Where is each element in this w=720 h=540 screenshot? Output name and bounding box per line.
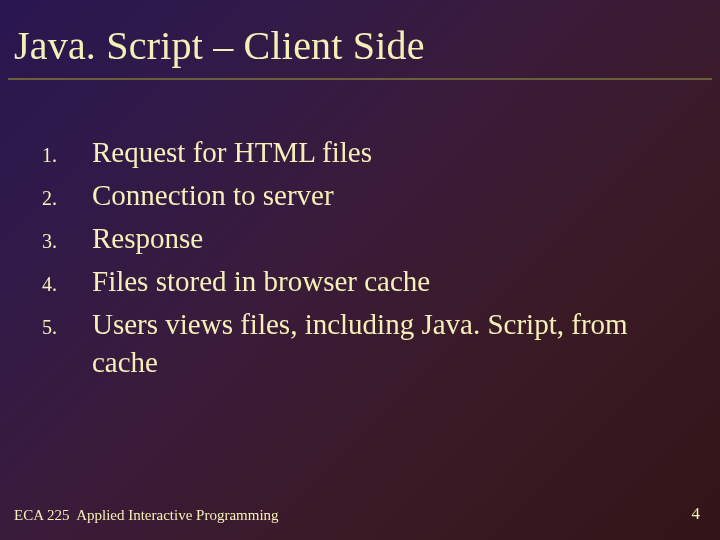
- numbered-list: 1. Request for HTML files 2. Connection …: [42, 134, 690, 387]
- slide-title: Java. Script – Client Side: [14, 22, 425, 69]
- list-number: 3.: [42, 225, 92, 255]
- footer-course: ECA 225: [14, 507, 69, 523]
- slide: Java. Script – Client Side 1. Request fo…: [0, 0, 720, 540]
- list-number: 1.: [42, 139, 92, 169]
- footer-left: ECA 225 Applied Interactive Programming: [14, 507, 279, 524]
- footer-subtitle: Applied Interactive Programming: [76, 507, 278, 523]
- list-item: 4. Files stored in browser cache: [42, 263, 690, 300]
- list-item: 3. Response: [42, 220, 690, 257]
- list-number: 5.: [42, 311, 92, 341]
- list-text: Request for HTML files: [92, 134, 690, 171]
- list-text: Users views files, including Java. Scrip…: [92, 306, 690, 380]
- list-text: Response: [92, 220, 690, 257]
- list-text: Files stored in browser cache: [92, 263, 690, 300]
- page-number: 4: [692, 504, 701, 524]
- list-number: 2.: [42, 182, 92, 212]
- list-text: Connection to server: [92, 177, 690, 214]
- list-item: 5. Users views files, including Java. Sc…: [42, 306, 690, 380]
- title-underline: [8, 78, 712, 80]
- list-number: 4.: [42, 268, 92, 298]
- list-item: 1. Request for HTML files: [42, 134, 690, 171]
- list-item: 2. Connection to server: [42, 177, 690, 214]
